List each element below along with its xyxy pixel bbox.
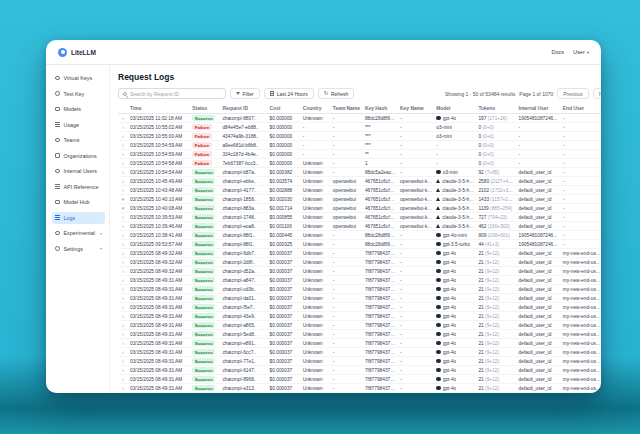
table-row[interactable]: ›03/15/2025 08:49:31 AMSuccesschatcmpl-e…	[118, 339, 601, 348]
sidebar-item-teams[interactable]: Teams	[52, 134, 105, 146]
table-row[interactable]: ›03/15/2025 10:54:54 AMSuccesschatcmpl-b…	[118, 168, 601, 177]
chevron-right-icon[interactable]: ›	[122, 385, 124, 391]
chevron-right-icon[interactable]: ›	[122, 151, 124, 157]
table-row[interactable]: ›03/15/2025 08:49:32 AMSuccesschatcmpl-d…	[118, 267, 601, 276]
table-row[interactable]: ›03/15/2025 10:45:49 AMSuccesschatcmpl-e…	[118, 177, 601, 186]
row-cell-time: 03/15/2025 08:49:32 AM	[128, 249, 190, 258]
chevron-down-icon[interactable]: ▾	[122, 205, 125, 211]
chevron-right-icon[interactable]: ›	[122, 277, 124, 283]
chevron-right-icon[interactable]: ›	[122, 187, 124, 193]
sidebar-item-label: Virtual Keys	[64, 75, 93, 81]
status-badge: Success	[192, 358, 215, 364]
table-row[interactable]: ›03/15/2025 10:39:53 AMSuccesschatcmpl-1…	[118, 213, 601, 222]
chevron-right-icon[interactable]: ›	[122, 367, 124, 373]
chevron-right-icon[interactable]: ›	[122, 322, 124, 328]
table-row[interactable]: ›03/15/2025 10:38:41 AMSuccesschatcmpl-8…	[118, 231, 601, 240]
sidebar-item-virtual-keys[interactable]: Virtual Keys	[52, 72, 105, 84]
sidebar-item-test-key[interactable]: Test Key	[52, 88, 105, 100]
table-row[interactable]: ›03/15/2025 09:53:57 AMSuccesschatcmpl-8…	[118, 240, 601, 249]
row-cell-end-user: -	[561, 159, 601, 168]
chevron-right-icon[interactable]: ›	[122, 304, 124, 310]
docs-link[interactable]: Docs	[552, 49, 565, 55]
row-cell-request-id: chatcmpl-e891..	[220, 339, 267, 348]
tokens-total: 21	[478, 386, 483, 391]
chevron-right-icon[interactable]: ›	[122, 331, 124, 337]
table-row[interactable]: ›03/15/2025 10:39:46 AMSuccesschatcmpl-e…	[118, 222, 601, 231]
chevron-right-icon[interactable]: ›	[122, 133, 124, 139]
chevron-right-icon[interactable]: ›	[122, 214, 124, 220]
table-row[interactable]: ›03/15/2025 08:49:31 AMSuccesschatcmpl-4…	[118, 312, 601, 321]
table-row[interactable]: ›03/15/2025 11:02:18 AMSuccesschatcmpl-8…	[118, 114, 601, 123]
sidebar-item-internal-users[interactable]: Internal Users	[52, 165, 105, 177]
table-row[interactable]: ›03/15/2025 08:49:31 AMSuccesschatcmpl-7…	[118, 357, 601, 366]
chevron-right-icon[interactable]: ›	[122, 232, 124, 238]
chevron-down-icon[interactable]: ▾	[122, 196, 125, 202]
chevron-right-icon[interactable]: ›	[122, 358, 124, 364]
chevron-right-icon[interactable]: ›	[122, 124, 124, 130]
chevron-right-icon[interactable]: ›	[122, 340, 124, 346]
table-row[interactable]: ›03/15/2025 10:54:59 AMFailure334c187d-4…	[118, 150, 601, 159]
sidebar-item-usage[interactable]: Usage	[52, 119, 105, 131]
chevron-right-icon[interactable]: ›	[122, 223, 124, 229]
sidebar-item-logs[interactable]: Logs	[52, 212, 105, 224]
chevron-right-icon[interactable]: ›	[122, 142, 124, 148]
column-header: Cost	[268, 104, 301, 114]
row-cell-tokens: 0 (0+0)	[476, 132, 516, 141]
row-cell-team-name: -	[331, 168, 363, 177]
chevron-right-icon[interactable]: ›	[122, 178, 124, 184]
chevron-right-icon[interactable]: ›	[122, 349, 124, 355]
sidebar-item-experimental[interactable]: Experimental▾	[52, 227, 105, 239]
table-row[interactable]: ›03/15/2025 08:49:31 AMSuccesschatcmpl-8…	[118, 375, 601, 384]
refresh-button[interactable]: ↻ Refresh	[318, 88, 355, 99]
table-row[interactable]: ▾03/15/2025 10:40:08 AMSuccesschatcmpl-8…	[118, 204, 601, 213]
tokens-breakdown: (41+3)	[485, 242, 499, 247]
next-button[interactable]: Next	[593, 88, 601, 99]
filter-button[interactable]: Filter	[230, 88, 260, 99]
chevron-right-icon[interactable]: ›	[122, 313, 124, 319]
sidebar-item-models[interactable]: Models	[52, 103, 105, 115]
tokens-breakdown: (9+12)	[485, 368, 499, 373]
time-range-button[interactable]: Last 24 Hours	[264, 88, 314, 99]
table-row[interactable]: ›03/15/2025 08:49:32 AMSuccesschatcmpl-2…	[118, 258, 601, 267]
table-row[interactable]: ›03/15/2025 10:43:48 AMSuccesschatcmpl-4…	[118, 186, 601, 195]
chevron-right-icon[interactable]: ›	[122, 295, 124, 301]
sidebar-item-organizations[interactable]: Organizations	[52, 150, 105, 162]
chevron-right-icon[interactable]: ›	[122, 241, 124, 247]
table-row[interactable]: ›03/15/2025 10:54:59 AMFailurea9ee681d-b…	[118, 141, 601, 150]
chevron-right-icon[interactable]: ›	[122, 160, 124, 166]
row-cell-internal-user: -	[517, 141, 561, 150]
sidebar-item-model-hub[interactable]: Model Hub	[52, 196, 105, 208]
chevron-right-icon[interactable]: ›	[122, 268, 124, 274]
table-row[interactable]: ›03/15/2025 08:49:31 AMSuccesschatcmpl-6…	[118, 348, 601, 357]
search-field[interactable]	[130, 91, 221, 97]
chevron-right-icon[interactable]: ›	[122, 376, 124, 382]
table-row[interactable]: ›03/15/2025 08:49:31 AMSuccesschatcmpl-5…	[118, 330, 601, 339]
status-badge: Success	[192, 259, 215, 265]
table-row[interactable]: ›03/15/2025 08:49:31 AMSuccesschatcmpl-d…	[118, 294, 601, 303]
table-row[interactable]: ›03/15/2025 08:49:31 AMSuccesschatcmpl-a…	[118, 276, 601, 285]
table-row[interactable]: ›03/15/2025 08:49:31 AMSuccesschatcmpl-6…	[118, 366, 601, 375]
table-row[interactable]: ›03/15/2025 08:49:32 AMSuccesschatcmpl-6…	[118, 249, 601, 258]
internal-users-icon	[55, 169, 60, 174]
chevron-right-icon[interactable]: ›	[122, 115, 124, 121]
row-cell-tokens: 0 (0+0)	[476, 123, 516, 132]
sidebar-item-api-reference[interactable]: API Reference	[52, 181, 105, 193]
chevron-right-icon[interactable]: ›	[122, 169, 124, 175]
chevron-right-icon[interactable]: ›	[122, 250, 124, 256]
chevron-right-icon[interactable]: ›	[122, 286, 124, 292]
table-row[interactable]: ▾03/15/2025 10:40:10 AMSuccesschatcmpl-1…	[118, 195, 601, 204]
sidebar-item-settings[interactable]: Settings▾	[52, 243, 105, 255]
previous-button[interactable]: Previous	[557, 88, 588, 99]
tokens-breakdown: (9+12)	[485, 350, 499, 355]
table-row[interactable]: ›03/15/2025 08:49:31 AMSuccesschatcmpl-a…	[118, 321, 601, 330]
table-row[interactable]: ›03/15/2025 08:49:31 AMSuccesschatcmpl-f…	[118, 303, 601, 312]
table-row[interactable]: ›03/15/2025 10:55:02 AMFailured84e45e7-e…	[118, 123, 601, 132]
search-input[interactable]	[118, 88, 226, 99]
table-row[interactable]: ›03/15/2025 08:49:31 AMSuccesschatcmpl-c…	[118, 285, 601, 294]
table-row[interactable]: ›03/15/2025 10:55:00 AMFailure43474a9b-3…	[118, 132, 601, 141]
table-row[interactable]: ›03/15/2025 10:54:58 AMFailure7eb67387-b…	[118, 159, 601, 168]
row-cell-model: claude-3-5-hai..	[434, 195, 476, 204]
table-row[interactable]: ›03/15/2025 08:49:31 AMSuccesschatcmpl-e…	[118, 384, 601, 393]
user-menu[interactable]: User ▾	[573, 49, 589, 55]
chevron-right-icon[interactable]: ›	[122, 259, 124, 265]
